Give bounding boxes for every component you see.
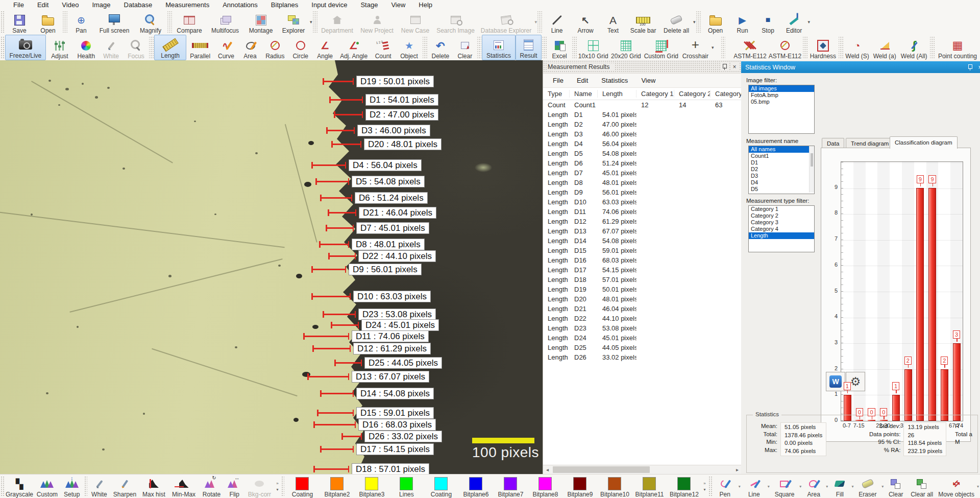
measurement-line[interactable] xyxy=(341,436,362,437)
min-max-button[interactable]: Min-Max xyxy=(168,475,199,498)
microscope-image-view[interactable]: D19 : 50.01 pixels D1 : 54.01 pixels D2 … xyxy=(0,60,543,474)
bitplane-button[interactable]: Bitplane3 xyxy=(354,475,389,498)
measurement-line[interactable] xyxy=(323,81,354,82)
bitplane-button[interactable]: Coating xyxy=(424,475,458,498)
toolbar-drag-handle[interactable] xyxy=(1,36,5,59)
list-item[interactable]: Category 4 xyxy=(749,226,814,232)
table-row[interactable]: LengthD1454.08 pixels xyxy=(543,236,742,246)
tab-classification-diagram[interactable]: Classification diagram xyxy=(890,136,958,149)
panel-menu-item[interactable]: View xyxy=(634,77,662,84)
object-button[interactable]: ★Object xyxy=(396,35,423,60)
move-objects-button[interactable]: ⇆Move objects xyxy=(937,475,976,498)
pan-button[interactable]: ⊕Pan xyxy=(68,9,94,35)
table-row[interactable]: LengthD1950.01 pixels xyxy=(543,284,742,294)
health-button[interactable]: Health xyxy=(74,35,99,60)
draw-line-button[interactable]: Line xyxy=(742,475,767,498)
pen-dropdown-arrow[interactable]: ▾ xyxy=(739,484,741,489)
annotation-arrow-button[interactable]: ↖Arrow xyxy=(571,9,600,35)
table-row[interactable]: LengthD848.01 pixels xyxy=(543,178,742,187)
export-word-button[interactable]: W xyxy=(826,372,845,391)
measurement-line[interactable] xyxy=(303,336,349,337)
menu-item[interactable]: Annotations xyxy=(216,1,264,9)
statistics-window-titlebar[interactable]: Statistics Window × xyxy=(741,61,980,73)
measurement-line[interactable] xyxy=(313,424,356,425)
histogram-bar[interactable] xyxy=(928,188,936,421)
list-item[interactable]: FotoA.bmp xyxy=(749,92,814,99)
astm-e112-circle-button[interactable]: ASTM-E112 xyxy=(768,35,802,60)
measurement-annotation[interactable]: D2 : 47.00 pixels xyxy=(334,109,438,121)
list-item[interactable]: D2 xyxy=(749,166,814,173)
column-header[interactable]: Type xyxy=(543,90,570,98)
measurement-label[interactable]: D5 : 54.08 pixels xyxy=(352,176,425,187)
eraser-dropdown-arrow[interactable]: ▾ xyxy=(881,484,884,489)
weld-a-button[interactable]: Weld (a) xyxy=(871,35,898,60)
measurement-line[interactable] xyxy=(334,114,363,115)
measurement-label[interactable]: D4 : 56.04 pixels xyxy=(349,159,422,171)
scroll-left-icon[interactable]: ◂ xyxy=(543,466,552,474)
results-table-body[interactable]: CountCount1 121463 LengthD154.01 pixels … xyxy=(543,100,742,465)
max-hist-button[interactable]: Max hist xyxy=(139,475,169,498)
measurement-label[interactable]: D20 : 48.01 pixels xyxy=(364,138,442,150)
list-item[interactable]: D3 xyxy=(749,173,814,179)
weld-all-button[interactable]: ∫Weld (All) xyxy=(898,35,929,60)
menu-item[interactable]: Help xyxy=(412,1,438,9)
rotate-button[interactable]: ↻Rotate xyxy=(199,475,224,498)
measurement-annotation[interactable]: D6 : 51.24 pixels xyxy=(320,192,428,204)
clear-drawing-button[interactable]: Clear xyxy=(885,475,907,498)
list-item[interactable]: D4 xyxy=(749,179,814,186)
measurement-label[interactable]: D26 : 33.02 pixels xyxy=(364,431,442,442)
list-item[interactable]: D5 xyxy=(749,186,814,193)
hardness-button[interactable]: Hardness xyxy=(808,35,838,60)
fill-dropdown-arrow[interactable]: ▾ xyxy=(851,484,853,489)
toolbar-drag-handle[interactable] xyxy=(1,11,5,33)
toolbar-drag-handle[interactable] xyxy=(708,476,712,497)
result-button[interactable]: Result xyxy=(516,35,542,60)
column-header[interactable]: Category 3 xyxy=(710,90,742,98)
menu-item[interactable]: Video xyxy=(56,1,85,9)
measurement-annotation[interactable]: D8 : 48.01 pixels xyxy=(319,239,425,250)
area-dropdown-arrow[interactable]: ▾ xyxy=(826,484,828,489)
move-objects-dropdown-arrow[interactable]: ▾ xyxy=(977,484,979,489)
measurement-label[interactable]: D13 : 67.07 pixels xyxy=(352,371,429,383)
table-row[interactable]: LengthD1668.03 pixels xyxy=(543,255,742,265)
measurement-label[interactable]: D12 : 61.29 pixels xyxy=(353,343,431,354)
bitplane-button[interactable]: Coating xyxy=(285,475,320,498)
measurement-annotation[interactable]: D13 : 67.07 pixels xyxy=(307,371,429,383)
measurement-annotation[interactable]: D1 : 54.01 pixels xyxy=(329,94,438,106)
table-row[interactable]: LengthD1174.06 pixels xyxy=(543,207,742,217)
measurement-line[interactable] xyxy=(320,197,352,199)
table-row[interactable]: LengthD1367.07 pixels xyxy=(543,226,742,236)
grid-10x10-button[interactable]: 10x10 Grid xyxy=(577,35,609,60)
editor-dropdown-arrow[interactable]: ▾ xyxy=(808,19,811,25)
measurement-label[interactable]: D7 : 45.01 pixels xyxy=(356,222,429,234)
measurement-label[interactable]: D23 : 53.08 pixels xyxy=(358,309,436,320)
delete-all-button[interactable]: Delete all xyxy=(660,9,693,35)
bitplane-button[interactable]: Bitplane6 xyxy=(458,475,493,498)
toolbar-drag-handle[interactable] xyxy=(1,476,4,497)
image-filter-listbox[interactable]: All imagesFotoA.bmp05.bmp xyxy=(748,85,815,134)
measurement-line[interactable] xyxy=(323,314,356,315)
measurement-line[interactable] xyxy=(311,269,346,270)
measurement-line[interactable] xyxy=(307,376,349,377)
list-item[interactable]: Category 3 xyxy=(749,219,814,226)
measurement-label[interactable]: D24 : 45.01 pixels xyxy=(361,319,439,331)
histogram-bar[interactable] xyxy=(941,369,948,421)
measurement-label[interactable]: D25 : 44.05 pixels xyxy=(364,357,442,369)
close-icon[interactable]: × xyxy=(730,63,739,71)
table-row[interactable]: LengthD956.01 pixels xyxy=(543,187,742,197)
editor-button[interactable]: Editor xyxy=(781,9,807,35)
curve-button[interactable]: ∿Curve xyxy=(214,35,238,60)
list-item[interactable]: Category 1 xyxy=(749,206,814,212)
panel-menu-item[interactable]: Statistics xyxy=(595,77,634,84)
histogram-bar[interactable] xyxy=(916,188,924,421)
measurement-line[interactable] xyxy=(311,296,351,297)
measurement-label[interactable]: D2 : 47.00 pixels xyxy=(365,109,438,121)
table-row[interactable]: LengthD154.01 pixels xyxy=(543,110,742,120)
measurement-results-titlebar[interactable]: Measurement Results × xyxy=(543,60,742,74)
flip-button[interactable]: ↔Flip xyxy=(224,475,244,498)
measurement-line[interactable] xyxy=(326,130,355,131)
draw-square-button[interactable]: Square xyxy=(771,475,798,498)
measurement-label[interactable]: D9 : 56.01 pixels xyxy=(349,264,422,275)
measurement-annotation[interactable]: D25 : 44.05 pixels xyxy=(334,357,442,369)
measurement-annotation[interactable]: D18 : 57.01 pixels xyxy=(313,463,429,474)
